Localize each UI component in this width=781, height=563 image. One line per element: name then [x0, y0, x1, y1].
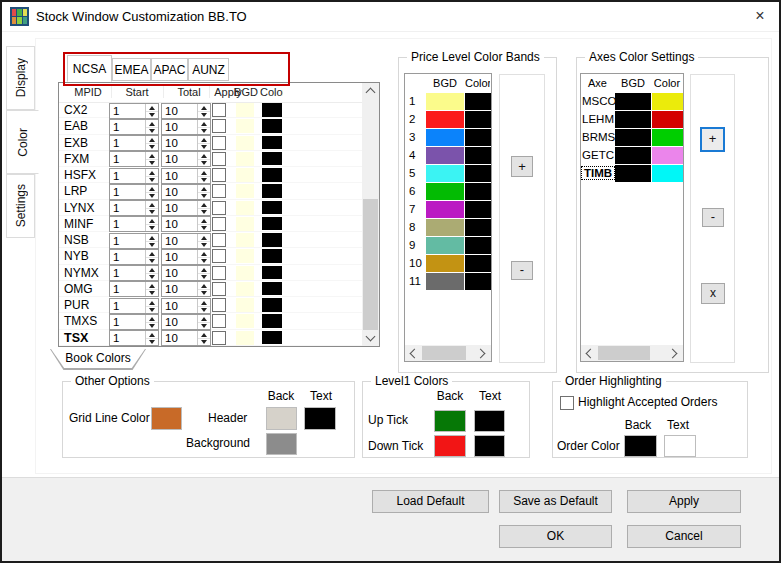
header-text-swatch[interactable]	[304, 407, 336, 430]
spinner-arrows[interactable]	[145, 104, 158, 118]
color-swatch[interactable]	[465, 165, 491, 182]
scroll-right-icon[interactable]	[474, 345, 491, 361]
spin-down-icon[interactable]	[198, 208, 210, 215]
tab-display[interactable]: Display	[6, 46, 35, 110]
bgd-swatch[interactable]	[236, 136, 254, 150]
apply-checkbox[interactable]	[212, 249, 226, 263]
apply-checkbox[interactable]	[212, 314, 226, 328]
spinner-arrows[interactable]	[197, 136, 210, 150]
spinner-arrows[interactable]	[145, 250, 158, 264]
tab-color[interactable]: Color	[6, 110, 39, 174]
color-swatch[interactable]	[652, 111, 683, 128]
mpid-scrollbar[interactable]	[362, 83, 379, 346]
total-spinner[interactable]: 10	[161, 216, 211, 232]
spin-down-icon[interactable]	[198, 224, 210, 231]
total-spinner[interactable]: 10	[161, 233, 211, 249]
apply-checkbox[interactable]	[212, 103, 226, 117]
spinner-arrows[interactable]	[197, 152, 210, 166]
axe-label[interactable]: LEHM	[582, 113, 614, 125]
color-swatch[interactable]	[262, 266, 282, 280]
spin-down-icon[interactable]	[198, 257, 210, 264]
start-spinner[interactable]: 1	[109, 314, 159, 330]
spinner-arrows[interactable]	[145, 185, 158, 199]
color-swatch[interactable]	[262, 103, 282, 117]
bgd-swatch[interactable]	[236, 266, 254, 280]
spin-down-icon[interactable]	[198, 192, 210, 199]
spin-down-icon[interactable]	[146, 176, 158, 183]
remove-axe-button[interactable]: -	[702, 208, 724, 227]
spin-down-icon[interactable]	[146, 322, 158, 329]
total-spinner[interactable]: 10	[161, 281, 211, 297]
bgd-swatch[interactable]	[615, 147, 651, 164]
start-spinner[interactable]: 1	[109, 151, 159, 167]
bgd-swatch[interactable]	[426, 147, 464, 164]
spinner-arrows[interactable]	[197, 282, 210, 296]
axe-label[interactable]: GETC	[582, 149, 614, 161]
color-swatch[interactable]	[465, 219, 491, 236]
color-swatch[interactable]	[262, 331, 282, 345]
spin-down-icon[interactable]	[198, 306, 210, 313]
bgd-swatch[interactable]	[426, 129, 464, 146]
header-back-swatch[interactable]	[266, 407, 297, 430]
start-spinner[interactable]: 1	[109, 103, 159, 119]
apply-checkbox[interactable]	[212, 152, 226, 166]
spinner-arrows[interactable]	[145, 299, 158, 313]
spin-down-icon[interactable]	[146, 289, 158, 296]
tab-settings[interactable]: Settings	[6, 174, 35, 238]
tab-aunz[interactable]: AUNZ	[188, 58, 229, 81]
spinner-arrows[interactable]	[145, 282, 158, 296]
apply-checkbox[interactable]	[212, 184, 226, 198]
spin-down-icon[interactable]	[146, 306, 158, 313]
spin-down-icon[interactable]	[146, 127, 158, 134]
color-swatch[interactable]	[262, 298, 282, 312]
remove-band-button[interactable]: -	[511, 261, 533, 280]
bgd-swatch[interactable]	[426, 219, 464, 236]
total-spinner[interactable]: 10	[161, 200, 211, 216]
total-spinner[interactable]: 10	[161, 168, 211, 184]
total-spinner[interactable]: 10	[161, 151, 211, 167]
scroll-left-icon[interactable]	[581, 345, 598, 361]
color-swatch[interactable]	[262, 152, 282, 166]
bgd-swatch[interactable]	[426, 255, 464, 272]
bgd-swatch[interactable]	[236, 233, 254, 247]
bgd-swatch[interactable]	[426, 183, 464, 200]
spinner-arrows[interactable]	[145, 201, 158, 215]
down-tick-back-swatch[interactable]	[434, 435, 466, 457]
spinner-arrows[interactable]	[145, 331, 158, 345]
axe-label[interactable]: MSCO	[582, 95, 614, 107]
spin-down-icon[interactable]	[146, 224, 158, 231]
bgd-swatch[interactable]	[236, 314, 254, 328]
highlight-accepted-orders-checkbox[interactable]	[560, 396, 574, 410]
bgd-swatch[interactable]	[426, 273, 464, 290]
spin-down-icon[interactable]	[146, 111, 158, 118]
tab-book-colors[interactable]: Book Colors	[51, 349, 145, 368]
color-swatch[interactable]	[262, 233, 282, 247]
bgd-swatch[interactable]	[236, 298, 254, 312]
bgd-swatch[interactable]	[236, 282, 254, 296]
bgd-swatch[interactable]	[615, 129, 651, 146]
spinner-arrows[interactable]	[197, 315, 210, 329]
start-spinner[interactable]: 1	[109, 216, 159, 232]
color-swatch[interactable]	[652, 147, 683, 164]
bgd-swatch[interactable]	[236, 249, 254, 263]
start-spinner[interactable]: 1	[109, 184, 159, 200]
order-color-text-swatch[interactable]	[664, 435, 696, 457]
color-swatch[interactable]	[262, 184, 282, 198]
bgd-swatch[interactable]	[426, 93, 464, 110]
start-spinner[interactable]: 1	[109, 298, 159, 314]
start-spinner[interactable]: 1	[109, 168, 159, 184]
cancel-button[interactable]: Cancel	[627, 525, 741, 548]
bgd-swatch[interactable]	[426, 165, 464, 182]
bgd-swatch[interactable]	[236, 201, 254, 215]
color-swatch[interactable]	[652, 93, 683, 110]
save-as-default-button[interactable]: Save as Default	[499, 490, 612, 513]
load-default-button[interactable]: Load Default	[372, 490, 489, 513]
spinner-arrows[interactable]	[145, 120, 158, 134]
apply-checkbox[interactable]	[212, 136, 226, 150]
spin-down-icon[interactable]	[146, 338, 158, 345]
spinner-arrows[interactable]	[145, 234, 158, 248]
ok-button[interactable]: OK	[499, 525, 612, 548]
total-spinner[interactable]: 10	[161, 135, 211, 151]
spinner-arrows[interactable]	[145, 136, 158, 150]
spinner-arrows[interactable]	[197, 217, 210, 231]
